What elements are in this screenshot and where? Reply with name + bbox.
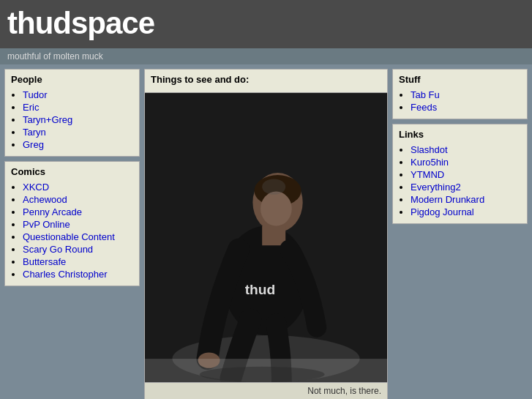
main-layout: People Tudor Eric Taryn+Greg Taryn Greg … <box>0 64 532 399</box>
comics-list: XKCD Achewood Penny Arcade PvP Online Qu… <box>11 182 133 280</box>
people-link-taryn[interactable]: Taryn <box>23 127 46 138</box>
site-tagline: mouthful of molten muck <box>0 48 532 64</box>
list-item: Taryn+Greg <box>23 114 133 125</box>
list-item: Eric <box>23 102 133 113</box>
links-heading: Links <box>399 129 521 140</box>
stuff-link-feeds[interactable]: Feeds <box>411 102 437 113</box>
svg-point-10 <box>262 179 285 194</box>
people-link-greg[interactable]: Greg <box>23 139 44 150</box>
list-item: Everything2 <box>411 182 521 193</box>
comics-link-questionable[interactable]: Questionable Content <box>23 231 115 242</box>
site-header: thudspace <box>0 0 532 48</box>
right-column: Stuff Tab Fu Feeds Links Slashdot Kuro5h… <box>392 69 528 224</box>
list-item: Pigdog Journal <box>411 206 521 217</box>
links-link-everything2[interactable]: Everything2 <box>411 182 461 193</box>
people-list: Tudor Eric Taryn+Greg Taryn Greg <box>11 89 133 150</box>
left-column: People Tudor Eric Taryn+Greg Taryn Greg … <box>4 69 140 286</box>
comics-box: Comics XKCD Achewood Penny Arcade PvP On… <box>4 161 140 286</box>
list-item: Achewood <box>23 194 133 205</box>
site-title: thudspace <box>7 6 525 41</box>
thud-svg: thud <box>145 93 387 382</box>
list-item: Questionable Content <box>23 231 133 242</box>
list-item: XKCD <box>23 182 133 193</box>
stuff-heading: Stuff <box>399 74 521 85</box>
center-heading: Things to see and do: <box>151 74 381 85</box>
links-box: Links Slashdot Kuro5hin YTMND Everything… <box>392 124 528 224</box>
stuff-link-tabfu[interactable]: Tab Fu <box>411 89 440 100</box>
comics-link-achewood[interactable]: Achewood <box>23 194 67 205</box>
comics-link-xkcd[interactable]: XKCD <box>23 182 49 193</box>
list-item: PvP Online <box>23 219 133 230</box>
list-item: Feeds <box>411 102 521 113</box>
list-item: YTMND <box>411 169 521 180</box>
stuff-list: Tab Fu Feeds <box>399 89 521 113</box>
comics-link-scarygoround[interactable]: Scary Go Round <box>23 244 93 255</box>
people-heading: People <box>11 74 133 85</box>
comics-link-pvponline[interactable]: PvP Online <box>23 219 70 230</box>
center-image-area: thud Not much, is there. <box>144 93 388 399</box>
svg-point-9 <box>261 192 292 226</box>
people-link-tudor[interactable]: Tudor <box>23 89 47 100</box>
list-item: Penny Arcade <box>23 206 133 217</box>
people-box: People Tudor Eric Taryn+Greg Taryn Greg <box>4 69 140 157</box>
links-link-slashdot[interactable]: Slashdot <box>411 144 448 155</box>
list-item: Charles Christopher <box>23 269 133 280</box>
stuff-box: Stuff Tab Fu Feeds <box>392 69 528 119</box>
center-heading-box: Things to see and do: <box>144 69 388 93</box>
list-item: Modern Drunkard <box>411 194 521 205</box>
links-link-pigdog[interactable]: Pigdog Journal <box>411 206 474 217</box>
list-item: Tudor <box>23 89 133 100</box>
list-item: Greg <box>23 139 133 150</box>
list-item: Scary Go Round <box>23 244 133 255</box>
svg-rect-4 <box>262 226 285 246</box>
thud-image: thud <box>145 93 387 382</box>
list-item: Buttersafe <box>23 256 133 267</box>
svg-rect-11 <box>145 359 387 382</box>
list-item: Taryn <box>23 127 133 138</box>
people-link-taryngreg[interactable]: Taryn+Greg <box>23 114 72 125</box>
links-link-moderndrunkard[interactable]: Modern Drunkard <box>411 194 484 205</box>
people-link-eric[interactable]: Eric <box>23 102 39 113</box>
list-item: Slashdot <box>411 144 521 155</box>
links-link-kuro5hin[interactable]: Kuro5hin <box>411 157 449 168</box>
comics-heading: Comics <box>11 166 133 177</box>
center-caption: Not much, is there. <box>145 382 387 399</box>
center-column: Things to see and do: <box>144 69 388 399</box>
list-item: Kuro5hin <box>411 157 521 168</box>
comics-link-pennyarcade[interactable]: Penny Arcade <box>23 206 82 217</box>
comics-link-charleschristopher[interactable]: Charles Christopher <box>23 269 108 280</box>
links-link-ytmnd[interactable]: YTMND <box>411 169 444 180</box>
comics-link-buttersafe[interactable]: Buttersafe <box>23 256 66 267</box>
list-item: Tab Fu <box>411 89 521 100</box>
links-list: Slashdot Kuro5hin YTMND Everything2 Mode… <box>399 144 521 217</box>
svg-text:thud: thud <box>245 282 276 297</box>
